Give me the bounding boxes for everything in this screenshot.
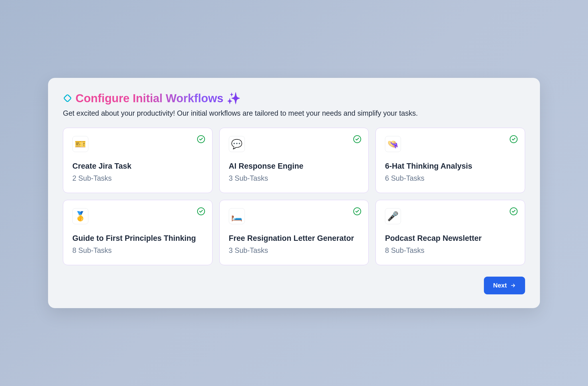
card-icon: 👒 — [385, 136, 401, 152]
check-circle-icon — [197, 135, 205, 143]
check-circle-icon — [509, 135, 518, 143]
workflow-card[interactable]: 🎤 Podcast Recap Newsletter 8 Sub-Tasks — [376, 200, 525, 265]
workflow-card[interactable]: 🥇 Guide to First Principles Thinking 8 S… — [63, 200, 212, 265]
title-row: Configure Initial Workflows ✨ — [63, 92, 525, 105]
footer: Next — [63, 277, 525, 294]
check-circle-icon — [509, 207, 518, 216]
card-title: Create Jira Task — [72, 161, 203, 171]
card-subtasks: 8 Sub-Tasks — [385, 246, 516, 255]
card-subtasks: 8 Sub-Tasks — [72, 246, 203, 255]
card-icon: 🥇 — [72, 208, 88, 224]
workflow-card[interactable]: 💬 AI Response Engine 3 Sub-Tasks — [219, 128, 369, 193]
workflows-grid: 🎫 Create Jira Task 2 Sub-Tasks 💬 AI Resp… — [63, 128, 525, 265]
card-title: AI Response Engine — [229, 161, 359, 171]
subtitle: Get excited about your productivity! Our… — [63, 109, 525, 117]
check-circle-icon — [353, 207, 361, 216]
card-icon: 🎫 — [72, 136, 88, 152]
card-icon: 🛏️ — [229, 208, 245, 224]
diamond-icon — [63, 94, 72, 103]
header: Configure Initial Workflows ✨ Get excite… — [63, 92, 525, 117]
workflow-config-panel: Configure Initial Workflows ✨ Get excite… — [48, 78, 540, 308]
card-title: Podcast Recap Newsletter — [385, 233, 516, 243]
check-circle-icon — [197, 207, 205, 216]
svg-rect-0 — [64, 94, 71, 102]
arrow-right-icon — [510, 283, 516, 288]
card-title: Guide to First Principles Thinking — [72, 233, 203, 243]
workflow-card[interactable]: 👒 6-Hat Thinking Analysis 6 Sub-Tasks — [376, 128, 525, 193]
check-circle-icon — [353, 135, 361, 143]
workflow-card[interactable]: 🛏️ Free Resignation Letter Generator 3 S… — [219, 200, 369, 265]
workflow-card[interactable]: 🎫 Create Jira Task 2 Sub-Tasks — [63, 128, 212, 193]
card-icon: 💬 — [229, 136, 245, 152]
card-title: 6-Hat Thinking Analysis — [385, 161, 516, 171]
card-subtasks: 2 Sub-Tasks — [72, 174, 203, 182]
card-subtasks: 3 Sub-Tasks — [229, 246, 359, 255]
page-title: Configure Initial Workflows ✨ — [76, 92, 241, 105]
next-button-label: Next — [493, 282, 507, 289]
card-title: Free Resignation Letter Generator — [229, 233, 359, 243]
next-button[interactable]: Next — [484, 277, 525, 294]
card-subtasks: 6 Sub-Tasks — [385, 174, 516, 182]
card-subtasks: 3 Sub-Tasks — [229, 174, 359, 182]
card-icon: 🎤 — [385, 208, 401, 224]
